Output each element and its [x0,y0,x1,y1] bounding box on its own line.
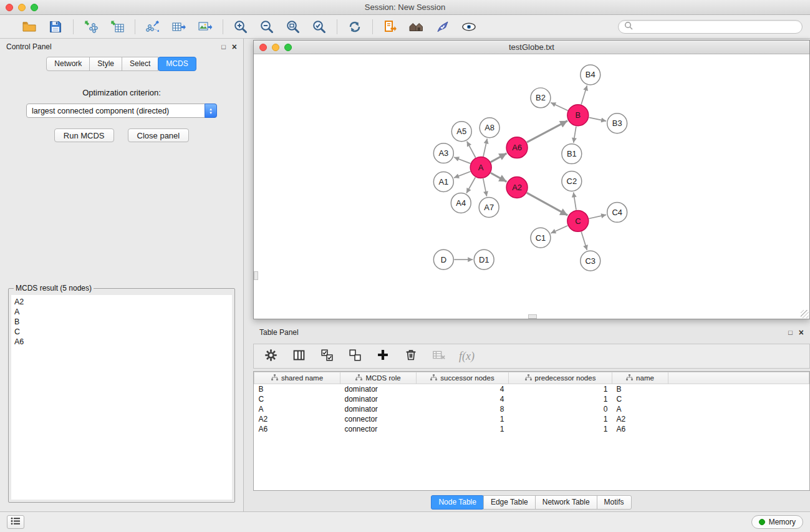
table-tab-edge-table[interactable]: Edge Table [483,495,536,510]
home-button[interactable] [403,17,430,37]
node-D1[interactable]: D1 [474,249,494,269]
node-A3[interactable]: A3 [433,143,453,163]
node-C1[interactable]: C1 [531,228,551,248]
delete-columns-button[interactable] [403,348,419,364]
mcds-result-item[interactable]: B [14,317,229,327]
mcds-result-item[interactable]: A2 [14,297,229,307]
column-header-mcds-role[interactable]: MCDS role [340,372,417,384]
apply-layout-button[interactable] [342,17,368,37]
node-A[interactable]: A [470,157,491,178]
zoom-window-button[interactable] [31,4,38,11]
resize-grip[interactable] [801,310,809,318]
import-table-button[interactable] [104,17,130,37]
table-tab-motifs[interactable]: Motifs [597,495,632,510]
edge-A-A4[interactable] [466,177,475,193]
node-B[interactable]: B [567,105,589,126]
close-table-panel-icon[interactable]: × [799,328,804,337]
float-panel-icon[interactable]: □ [221,44,226,51]
edge-A-A3[interactable] [454,157,470,163]
edge-B-B2[interactable] [551,102,567,110]
mcds-result-list[interactable]: A2ABCA6 [11,295,232,500]
node-A7[interactable]: A7 [479,197,499,217]
table-row[interactable]: Cdominator41C [254,394,809,404]
export-image-button[interactable] [192,17,218,37]
deselect-all-button[interactable] [347,348,363,364]
edge-A-A6[interactable] [491,153,507,162]
node-B4[interactable]: B4 [581,65,600,85]
float-table-panel-icon[interactable]: □ [788,329,793,336]
node-A8[interactable]: A8 [480,118,499,138]
node-A1[interactable]: A1 [433,172,453,192]
show-columns-button[interactable] [291,348,307,364]
function-builder-button[interactable]: f(x) [459,348,475,364]
vertical-scroll-nub[interactable] [254,271,258,280]
zoom-selected-button[interactable] [306,17,332,37]
add-column-button[interactable] [375,348,391,364]
network-canvas[interactable]: B4B2BB3A5A8A6B1A3AA1C2A2A4A7C4CC1DD1C3 [254,55,809,319]
table-row[interactable]: Bdominator41B [254,384,809,394]
edge-C-C1[interactable] [551,226,567,233]
table-tab-node-table[interactable]: Node Table [431,495,484,510]
tab-select[interactable]: Select [122,57,158,71]
zoom-fit-button[interactable] [280,17,306,37]
column-header-predecessor-nodes[interactable]: predecessor nodes [509,372,612,384]
close-panel-button[interactable]: Close panel [128,128,190,142]
node-C[interactable]: C [567,210,589,231]
mcds-result-item[interactable]: C [14,327,229,337]
edge-A-A8[interactable] [483,138,487,157]
node-C3[interactable]: C3 [581,251,600,271]
criterion-select[interactable]: largest connected component (directed) ▲… [26,104,217,118]
edge-B-B3[interactable] [589,117,606,121]
edge-C-C3[interactable] [581,232,587,251]
node-B1[interactable]: B1 [562,144,582,164]
show-panels-button[interactable] [7,515,24,529]
table-options-button[interactable] [263,348,279,364]
node-B3[interactable]: B3 [607,114,627,133]
node-A6[interactable]: A6 [506,137,528,158]
save-session-button[interactable] [42,17,69,37]
search-input[interactable] [636,22,796,31]
edge-A-A5[interactable] [467,142,476,158]
mcds-result-item[interactable]: A6 [14,337,229,347]
edge-A-A7[interactable] [483,178,487,196]
edge-A6-B[interactable] [527,121,567,143]
table-row[interactable]: Adominator80A [254,404,809,414]
column-header-shared-name[interactable]: shared name [254,372,340,384]
open-session-button[interactable] [16,17,42,37]
zoom-out-button[interactable] [254,17,280,37]
import-network-button[interactable] [78,17,104,37]
mcds-result-item[interactable]: A [14,307,229,317]
edge-C-C2[interactable] [574,192,576,210]
export-network-button[interactable] [140,17,166,37]
node-B2[interactable]: B2 [531,88,551,108]
edge-B-B4[interactable] [581,85,587,105]
edge-A-A2[interactable] [491,173,507,181]
tab-mcds[interactable]: MCDS [158,57,196,71]
node-D[interactable]: D [433,249,453,269]
network-graph[interactable]: B4B2BB3A5A8A6B1A3AA1C2A2A4A7C4CC1DD1C3 [254,55,809,319]
edge-A-A1[interactable] [454,172,470,178]
node-C4[interactable]: C4 [607,202,627,222]
details-flag-button[interactable] [430,17,456,37]
first-neighbors-button[interactable] [377,17,403,37]
node-A5[interactable]: A5 [451,122,471,142]
delete-table-button[interactable] [431,348,447,364]
node-C2[interactable]: C2 [562,172,582,191]
edge-A2-C[interactable] [527,193,567,215]
table-row[interactable]: A2connector11A2 [254,414,809,424]
run-mcds-button[interactable]: Run MCDS [54,128,114,142]
edge-B-B1[interactable] [574,126,576,142]
edge-C-C4[interactable] [589,215,606,218]
network-minimize-button[interactable] [272,44,279,51]
tab-style[interactable]: Style [89,57,122,71]
table-row[interactable]: A6connector11A6 [254,424,809,434]
export-table-button[interactable] [166,17,192,37]
tab-network[interactable]: Network [46,57,90,71]
zoom-in-button[interactable] [228,17,254,37]
column-header-successor-nodes[interactable]: successor nodes [417,372,509,384]
network-zoom-button[interactable] [284,44,292,51]
network-close-button[interactable] [259,44,267,51]
close-panel-icon[interactable]: × [232,42,237,51]
table-tab-network-table[interactable]: Network Table [535,495,597,510]
column-header-name[interactable]: name [612,372,668,384]
